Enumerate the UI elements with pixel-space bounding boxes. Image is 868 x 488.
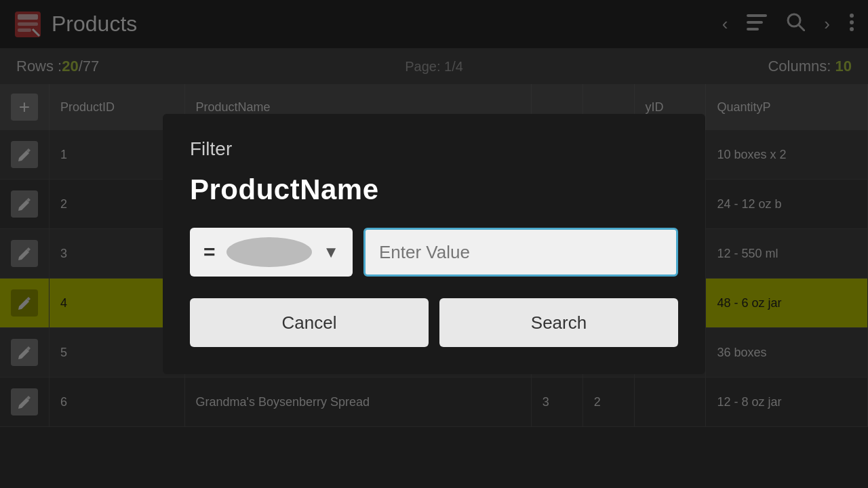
operator-circle-icon [226,237,313,267]
filter-controls: = ▼ [190,228,678,277]
filter-dialog: Filter ProductName = ▼ Cancel Search [163,114,705,374]
dialog-buttons: Cancel Search [190,298,678,347]
cancel-button[interactable]: Cancel [190,298,429,347]
filter-field-name: ProductName [190,174,678,206]
dialog-title: Filter [190,138,678,160]
search-button[interactable]: Search [439,298,678,347]
operator-eq-label: = [203,241,216,264]
operator-dropdown[interactable]: = ▼ [190,228,353,277]
filter-value-input[interactable] [363,228,678,277]
modal-overlay: Filter ProductName = ▼ Cancel Search [0,0,868,488]
chevron-down-icon: ▼ [323,243,339,262]
